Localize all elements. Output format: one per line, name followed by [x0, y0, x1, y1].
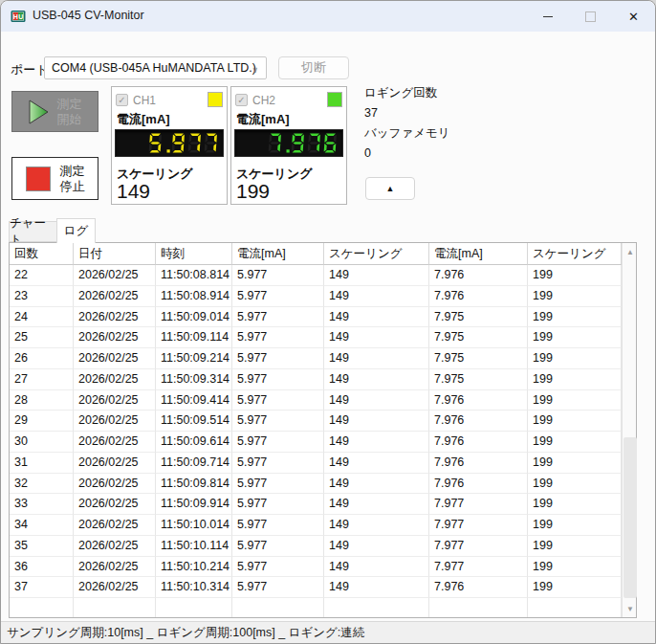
table-cell: 2026/02/25: [74, 390, 156, 411]
column-header[interactable]: 日付: [74, 243, 156, 265]
table-row[interactable]: 372026/02/2511:50:10.3145.9771497.976199: [10, 577, 622, 598]
channel-panel-ch1: ✓ CH1 電流[mA] スケーリング 149: [111, 86, 228, 205]
app-icon: H U: [11, 9, 26, 24]
table-cell: 2026/02/25: [74, 536, 156, 557]
scrollbar-thumb[interactable]: [623, 437, 637, 598]
channel-label: CH1: [133, 94, 156, 107]
table-cell: 199: [528, 369, 622, 390]
table-cell: 2026/02/25: [74, 348, 156, 369]
table-row[interactable]: 332026/02/2511:50:09.9145.9771497.977199: [10, 494, 622, 515]
title-bar: H U USB-045 CV-Monitor ✕: [1, 1, 655, 32]
table-cell: 2026/02/25: [74, 557, 156, 578]
table-cell: 7.976: [429, 390, 528, 411]
table-cell: 28: [10, 390, 74, 411]
close-button[interactable]: ✕: [612, 1, 655, 32]
table-row[interactable]: 242026/02/2511:50:09.0145.9771497.975199: [10, 307, 622, 328]
column-header[interactable]: 電流[mA]: [232, 243, 324, 265]
table-cell: 7.975: [429, 307, 528, 328]
table-body: 222026/02/2511:50:08.8145.9771497.976199…: [10, 265, 622, 617]
column-header[interactable]: 回数: [10, 243, 74, 265]
table-cell: 7.977: [429, 557, 528, 578]
table-cell: 30: [10, 432, 74, 453]
minimize-button[interactable]: [526, 1, 569, 32]
table-cell: 7.976: [429, 453, 528, 474]
table-row[interactable]: 222026/02/2511:50:08.8145.9771497.976199: [10, 265, 622, 286]
channel-checkbox[interactable]: ✓: [235, 94, 248, 106]
table-cell: 149: [324, 536, 429, 557]
table-cell: 149: [324, 453, 429, 474]
column-header[interactable]: 時刻: [156, 243, 232, 265]
table-cell: 11:50:10.114: [156, 536, 232, 557]
measure-stop-button[interactable]: 測定 停止: [11, 157, 98, 200]
table-cell: 26: [10, 348, 74, 369]
table-cell: 2026/02/25: [74, 515, 156, 536]
stop-icon: [26, 167, 51, 191]
disconnect-label: 切断: [301, 59, 326, 77]
measure-start-button[interactable]: 測定 開始: [11, 91, 98, 132]
tab-log-label: ログ: [64, 223, 89, 239]
tab-log[interactable]: ログ: [56, 218, 96, 243]
table-row[interactable]: 282026/02/2511:50:09.4145.9771497.976199: [10, 390, 622, 411]
status-bar: サンプリング周期:10[ms] _ ロギング周期:100[ms] _ ロギング:…: [1, 621, 655, 643]
table-cell: 5.977: [232, 515, 324, 536]
tab-chart[interactable]: チャート: [9, 221, 56, 242]
table-cell: 199: [528, 390, 622, 411]
table-cell: 149: [324, 369, 429, 390]
maximize-button[interactable]: [569, 1, 612, 32]
table-cell: 29: [10, 411, 74, 432]
table-header: 回数日付時刻電流[mA]スケーリング電流[mA]スケーリング: [10, 243, 622, 265]
table-cell: 11:50:09.414: [156, 390, 232, 411]
table-row[interactable]: 322026/02/2511:50:09.8145.9771497.976199: [10, 474, 622, 495]
table-cell-empty: [528, 598, 622, 617]
table-cell: 149: [324, 474, 429, 495]
table-cell: 7.976: [429, 265, 528, 286]
table-cell: 7.975: [429, 327, 528, 348]
table-row[interactable]: 292026/02/2511:50:09.5145.9771497.976199: [10, 411, 622, 432]
current-value-display: [115, 129, 224, 157]
table-row[interactable]: 362026/02/2511:50:10.2145.9771497.977199: [10, 557, 622, 578]
table-cell: 2026/02/25: [74, 411, 156, 432]
vertical-scrollbar[interactable]: ▲ ▼: [622, 243, 636, 617]
column-header[interactable]: 電流[mA]: [429, 243, 528, 265]
table-row[interactable]: 302026/02/2511:50:09.6145.9771497.976199: [10, 432, 622, 453]
table-row[interactable]: 342026/02/2511:50:10.0145.9771497.977199: [10, 515, 622, 536]
table-cell: 32: [10, 474, 74, 495]
port-select[interactable]: COM4 (USB-045A HuMANDATA LTD.) ∨: [44, 56, 267, 79]
table-row[interactable]: 272026/02/2511:50:09.3145.9771497.975199: [10, 369, 622, 390]
table-cell: 199: [528, 411, 622, 432]
channel-checkbox[interactable]: ✓: [116, 94, 128, 106]
table-cell: 5.977: [232, 577, 324, 598]
table-row[interactable]: 312026/02/2511:50:09.7145.9771497.976199: [10, 453, 622, 474]
disconnect-button[interactable]: 切断: [278, 56, 349, 79]
table-row[interactable]: 352026/02/2511:50:10.1145.9771497.977199: [10, 536, 622, 557]
scroll-up-icon[interactable]: ▲: [623, 244, 638, 259]
table-cell: 5.977: [232, 265, 324, 286]
check-icon: ✓: [118, 96, 125, 105]
log-table: 回数日付時刻電流[mA]スケーリング電流[mA]スケーリング 222026/02…: [9, 242, 637, 618]
table-filler-row: [10, 598, 622, 617]
table-cell: 199: [528, 494, 622, 515]
table-row[interactable]: 252026/02/2511:50:09.1145.9771497.975199: [10, 327, 622, 348]
table-cell: 7.977: [429, 494, 528, 515]
port-selected-value: COM4 (USB-045A HuMANDATA LTD.): [52, 61, 256, 75]
table-row[interactable]: 262026/02/2511:50:09.2145.9771497.975199: [10, 348, 622, 369]
collapse-button[interactable]: ▲: [365, 177, 415, 200]
scaling-value: 199: [236, 180, 270, 203]
table-cell: 27: [10, 369, 74, 390]
column-header[interactable]: スケーリング: [528, 243, 622, 265]
table-cell-empty: [232, 598, 324, 617]
column-header[interactable]: スケーリング: [324, 243, 429, 265]
chevron-down-icon: ∨: [251, 65, 258, 75]
table-cell: 149: [324, 348, 429, 369]
table-cell: 5.977: [232, 369, 324, 390]
table-cell: 7.977: [429, 536, 528, 557]
table-cell: 2026/02/25: [74, 369, 156, 390]
scroll-down-icon[interactable]: ▼: [623, 601, 638, 616]
table-row[interactable]: 232026/02/2511:50:08.9145.9771497.976199: [10, 286, 622, 307]
table-cell: 11:50:09.214: [156, 348, 232, 369]
minimize-icon: [543, 16, 553, 17]
table-cell: 149: [324, 515, 429, 536]
table-cell: 11:50:09.514: [156, 411, 232, 432]
svg-text:H: H: [13, 13, 18, 20]
table-cell: 5.977: [232, 348, 324, 369]
